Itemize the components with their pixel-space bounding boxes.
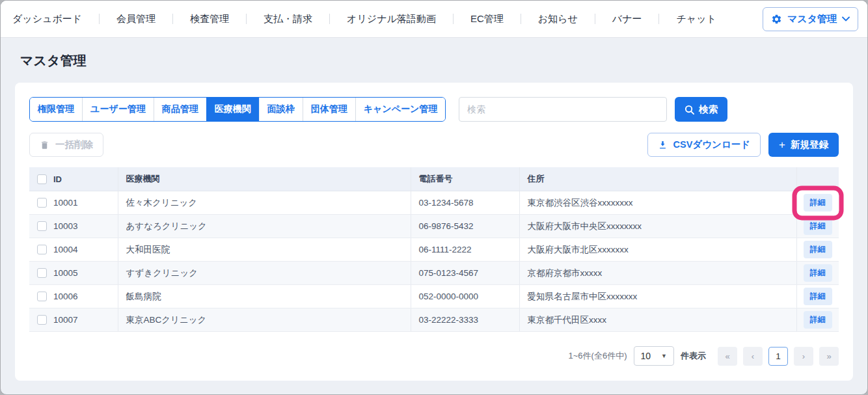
tab-product-management[interactable]: 商品管理 (154, 98, 206, 121)
cell-address: 大阪府大阪市北区xxxxxxx (519, 238, 796, 262)
plus-icon: + (779, 139, 785, 150)
row-checkbox[interactable] (37, 268, 47, 278)
pagination-info: 1~6件(全6件中) (569, 350, 627, 362)
nav-item-banner[interactable]: バナー (595, 13, 659, 25)
medical-institution-table: ID 医療機関 電話番号 住所 10001 佐々木クリニック 03-1234-5… (29, 167, 839, 332)
detail-button[interactable]: 詳細 (804, 311, 832, 329)
search-input[interactable] (459, 97, 667, 122)
row-checkbox[interactable] (37, 292, 47, 301)
tab-medical-institution[interactable]: 医療機関 (206, 98, 259, 121)
gear-icon (771, 14, 782, 25)
page-title: マスタ管理 (20, 52, 853, 70)
master-management-label: マスタ管理 (787, 13, 837, 25)
cell-address: 大阪府大阪市中央区xxxxxxxx (519, 215, 796, 238)
detail-button[interactable]: 詳細 (804, 194, 832, 211)
cell-phone: 06-9876-5432 (411, 215, 519, 238)
per-page-value: 10 (641, 351, 651, 361)
detail-button[interactable]: 詳細 (804, 288, 832, 305)
per-page-select[interactable]: 10 ▼ (634, 346, 675, 366)
csv-download-label: CSVダウンロード (673, 139, 751, 151)
nav-item-dashboard[interactable]: ダッシュボード (11, 13, 99, 25)
header-phone: 電話番号 (411, 167, 519, 191)
row-checkbox[interactable] (37, 221, 47, 231)
nav-item-members[interactable]: 会員管理 (100, 13, 172, 25)
trash-icon (40, 140, 49, 150)
header-address: 住所 (519, 167, 796, 191)
cell-clinic: 東京ABCクリニック (118, 308, 411, 332)
nav-item-news[interactable]: お知らせ (521, 13, 595, 25)
cell-clinic: 佐々木クリニック (118, 191, 411, 215)
new-register-button[interactable]: + 新規登録 (768, 133, 839, 157)
nav-item-billing[interactable]: 支払・請求 (247, 13, 329, 25)
chevron-down-icon (842, 16, 850, 21)
current-page-button[interactable]: 1 (768, 347, 788, 366)
cell-id: 10001 (53, 198, 78, 208)
csv-download-button[interactable]: CSVダウンロード (647, 133, 761, 157)
cell-id: 10004 (53, 245, 78, 254)
cell-id: 10006 (53, 292, 78, 301)
search-icon (685, 105, 694, 115)
cell-clinic: あすなろクリニック (118, 215, 411, 238)
prev-page-button[interactable]: ‹ (743, 347, 763, 366)
detail-button[interactable]: 詳細 (804, 217, 832, 235)
cell-address: 愛知県名古屋市中区xxxxxxx (519, 285, 796, 308)
last-page-button[interactable]: » (819, 347, 839, 366)
top-navigation: ダッシュボード 会員管理 検査管理 支払・請求 オリジナル落語動画 EC管理 お… (1, 1, 867, 38)
table-row: 10001 佐々木クリニック 03-1234-5678 東京都渋谷区渋谷xxxx… (29, 191, 839, 215)
table-row: 10005 すずきクリニック 075-0123-4567 京都府京都市xxxxx… (29, 262, 839, 285)
cell-phone: 06-1111-2222 (411, 238, 519, 262)
select-all-checkbox[interactable] (37, 174, 47, 184)
cell-phone: 075-0123-4567 (411, 262, 519, 285)
cell-address: 東京都千代田区xxxx (519, 308, 796, 332)
header-id: ID (53, 174, 62, 184)
detail-button[interactable]: 詳細 (804, 264, 832, 282)
cell-phone: 03-1234-5678 (411, 191, 519, 215)
cell-id: 10003 (53, 221, 78, 231)
master-management-button[interactable]: マスタ管理 (763, 7, 858, 31)
tab-campaign-management[interactable]: キャンペーン管理 (355, 98, 446, 121)
cell-address: 東京都渋谷区渋谷xxxxxxxx (519, 191, 796, 215)
detail-button[interactable]: 詳細 (804, 241, 832, 258)
bulk-delete-label: 一括削除 (55, 139, 93, 151)
search-button-label: 検索 (699, 103, 718, 116)
table-row: 10004 大和田医院 06-1111-2222 大阪府大阪市北区xxxxxxx… (29, 238, 839, 262)
nav-item-chat[interactable]: チャット (659, 13, 733, 25)
cell-clinic: すずきクリニック (118, 262, 411, 285)
cell-id: 10005 (53, 268, 78, 278)
table-row: 10007 東京ABCクリニック 03-22222-3333 東京都千代田区xx… (29, 308, 839, 332)
next-page-button[interactable]: › (794, 347, 813, 366)
header-clinic: 医療機関 (118, 167, 411, 191)
nav-item-ec[interactable]: EC管理 (454, 13, 521, 25)
tab-interview-slot[interactable]: 面談枠 (259, 98, 303, 121)
table-header-row: ID 医療機関 電話番号 住所 (29, 167, 839, 191)
cell-id: 10007 (53, 315, 78, 325)
bulk-delete-button[interactable]: 一括削除 (29, 133, 103, 157)
tab-permission-management[interactable]: 権限管理 (30, 98, 82, 121)
row-checkbox[interactable] (37, 245, 47, 254)
caret-down-icon: ▼ (661, 353, 667, 359)
row-checkbox[interactable] (37, 198, 47, 208)
cell-phone: 03-22222-3333 (411, 308, 519, 332)
cell-clinic: 飯島病院 (118, 285, 411, 308)
cell-clinic: 大和田医院 (118, 238, 411, 262)
table-row: 10003 あすなろクリニック 06-9876-5432 大阪府大阪市中央区xx… (29, 215, 839, 238)
page-content: マスタ管理 権限管理 ユーザー管理 商品管理 医療機関 面談枠 団体管理 キャン… (1, 38, 867, 394)
cell-address: 京都府京都市xxxxx (519, 262, 796, 285)
per-page-unit-label: 件表示 (681, 350, 706, 362)
master-management-card: 権限管理 ユーザー管理 商品管理 医療機関 面談枠 団体管理 キャンペーン管理 … (15, 83, 853, 381)
tab-user-management[interactable]: ユーザー管理 (82, 98, 154, 121)
highlight-annotation: 詳細 (804, 194, 832, 211)
nav-item-original-video[interactable]: オリジナル落語動画 (330, 13, 453, 25)
app-window: ダッシュボード 会員管理 検査管理 支払・請求 オリジナル落語動画 EC管理 お… (0, 0, 868, 395)
first-page-button[interactable]: « (718, 347, 737, 366)
tab-group-management[interactable]: 団体管理 (303, 98, 355, 121)
nav-item-inspection[interactable]: 検査管理 (173, 13, 246, 25)
row-checkbox[interactable] (37, 315, 47, 325)
search-button[interactable]: 検索 (675, 97, 727, 122)
table-row: 10006 飯島病院 052-0000-0000 愛知県名古屋市中区xxxxxx… (29, 285, 839, 308)
download-icon (658, 140, 668, 150)
new-register-label: 新規登録 (791, 139, 828, 151)
cell-phone: 052-0000-0000 (411, 285, 519, 308)
master-tab-group: 権限管理 ユーザー管理 商品管理 医療機関 面談枠 団体管理 キャンペーン管理 (29, 97, 446, 122)
pagination-bar: 1~6件(全6件中) 10 ▼ 件表示 « ‹ 1 › » (29, 346, 839, 366)
